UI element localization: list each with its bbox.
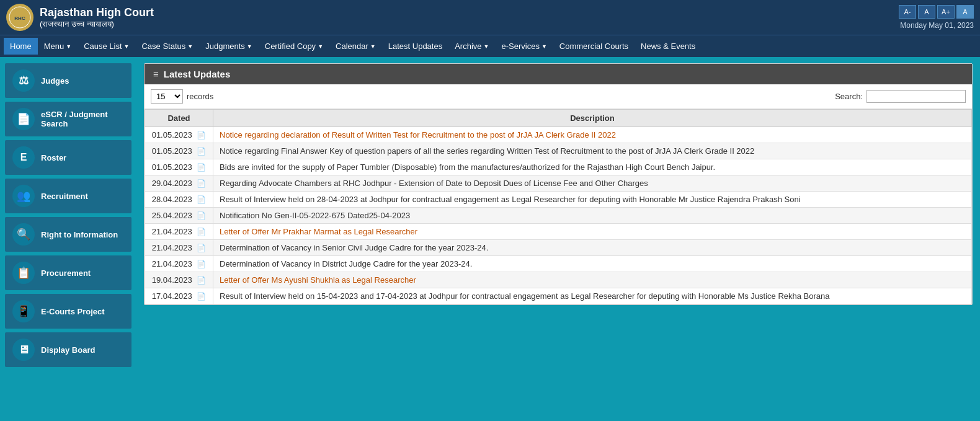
- pdf-icon: 📄: [197, 163, 206, 172]
- nav-archive[interactable]: Archive ▼: [448, 38, 495, 55]
- font-controls: A- A A+ A: [899, 5, 974, 19]
- nav-latest-updates[interactable]: Latest Updates: [382, 38, 448, 55]
- search-input[interactable]: [866, 90, 966, 103]
- nav-news-events[interactable]: News & Events: [635, 38, 702, 55]
- nav-home[interactable]: Home: [4, 38, 38, 55]
- logo-area: RHC Rajasthan High Court (राजस्थान उच्च …: [6, 4, 154, 31]
- sidebar-item-ecourts[interactable]: 📱 E-Courts Project: [5, 294, 131, 329]
- date-cell: 01.05.2023 📄: [145, 159, 213, 175]
- pdf-icon: 📄: [197, 276, 206, 285]
- sidebar-item-rti[interactable]: 🔍 Right to Information: [5, 217, 131, 252]
- table-row: 01.05.2023 📄Notice regarding Final Answe…: [145, 143, 972, 159]
- calendar-arrow: ▼: [370, 43, 376, 50]
- table-row: 21.04.2023 📄Determination of Vacancy in …: [145, 256, 972, 272]
- nav-menu[interactable]: Menu ▼: [38, 38, 78, 55]
- court-logo: RHC: [6, 4, 33, 31]
- records-label: records: [187, 92, 213, 101]
- date-cell: 29.04.2023 📄: [145, 175, 213, 192]
- sidebar-recruitment-label: Recruitment: [41, 192, 88, 201]
- cause-list-arrow: ▼: [124, 43, 130, 50]
- nav-judgments[interactable]: Judgments ▼: [199, 38, 259, 55]
- pdf-icon: 📄: [197, 244, 206, 252]
- sidebar-rti-label: Right to Information: [41, 230, 118, 239]
- sidebar: ⚖ Judges 📄 eSCR / Judgment Search E Rost…: [0, 57, 136, 421]
- description-link[interactable]: Notice regarding declaration of Result o…: [220, 130, 616, 140]
- description-link[interactable]: Letter of Offer Mr Prakhar Marmat as Leg…: [220, 227, 417, 236]
- sidebar-item-recruitment[interactable]: 👥 Recruitment: [5, 179, 131, 213]
- certified-copy-arrow: ▼: [318, 43, 323, 50]
- date-cell: 17.04.2023 📄: [145, 288, 213, 304]
- sidebar-procurement-label: Procurement: [41, 268, 91, 278]
- pdf-icon: 📄: [197, 131, 206, 140]
- menu-arrow: ▼: [66, 43, 71, 50]
- ecourts-icon: 📱: [12, 300, 35, 322]
- sidebar-display-board-label: Display Board: [41, 345, 95, 355]
- sidebar-item-escr[interactable]: 📄 eSCR / Judgment Search: [5, 102, 131, 136]
- description-cell: Notice regarding Final Answer Key of que…: [213, 143, 972, 159]
- latest-updates-box: ≡ Latest Updates 15 25 50 100 records Se…: [144, 63, 973, 305]
- eservices-arrow: ▼: [541, 43, 547, 50]
- display-board-icon: 🖥: [12, 339, 35, 361]
- description-cell: Letter of Offer Mr Prakhar Marmat as Leg…: [213, 224, 972, 240]
- date-cell: 21.04.2023 📄: [145, 256, 213, 272]
- description-link[interactable]: Letter of Offer Ms Ayushi Shukhla as Leg…: [220, 275, 416, 285]
- sidebar-roster-label: Roster: [41, 153, 66, 162]
- sidebar-escr-label: eSCR / Judgment Search: [41, 110, 124, 128]
- roster-icon: E: [12, 146, 35, 169]
- nav-commercial-courts[interactable]: Commercial Courts: [553, 38, 635, 55]
- pdf-icon: 📄: [197, 147, 206, 156]
- pdf-icon: 📄: [197, 292, 206, 301]
- recruitment-icon: 👥: [12, 185, 35, 207]
- main-area: ⚖ Judges 📄 eSCR / Judgment Search E Rost…: [0, 57, 980, 421]
- description-cell: Result of Interview held on 15-04-2023 a…: [213, 288, 972, 304]
- content-panel: ≡ Latest Updates 15 25 50 100 records Se…: [136, 57, 980, 421]
- svg-text:RHC: RHC: [14, 16, 25, 21]
- nav-cause-list[interactable]: Cause List ▼: [78, 38, 135, 55]
- description-cell: Result of Interview held on 28-04-2023 a…: [213, 192, 972, 208]
- date-cell: 21.04.2023 📄: [145, 224, 213, 240]
- latest-updates-header: ≡ Latest Updates: [145, 64, 972, 84]
- sidebar-item-judges[interactable]: ⚖ Judges: [5, 63, 131, 98]
- nav-calendar[interactable]: Calendar ▼: [329, 38, 382, 55]
- nav-eservices[interactable]: e-Services ▼: [495, 38, 553, 55]
- table-row: 01.05.2023 📄Notice regarding declaration…: [145, 127, 972, 143]
- description-cell: Notice regarding declaration of Result o…: [213, 127, 972, 143]
- lu-toolbar-left: 15 25 50 100 records: [151, 89, 213, 104]
- date-cell: 01.05.2023 📄: [145, 127, 213, 143]
- updates-table: Dated Description 01.05.2023 📄Notice reg…: [145, 109, 972, 304]
- pdf-icon: 📄: [197, 179, 206, 188]
- table-row: 19.04.2023 📄Letter of Offer Ms Ayushi Sh…: [145, 272, 972, 288]
- sidebar-item-procurement[interactable]: 📋 Procurement: [5, 255, 131, 290]
- lu-toolbar-right: Search:: [835, 90, 966, 103]
- col-dated: Dated: [145, 110, 213, 127]
- font-increase-button[interactable]: A+: [937, 5, 955, 19]
- sidebar-judges-label: Judges: [41, 76, 69, 86]
- font-normal-button[interactable]: A: [918, 5, 935, 19]
- table-row: 29.04.2023 📄Regarding Advocate Chambers …: [145, 175, 972, 192]
- archive-arrow: ▼: [484, 43, 489, 50]
- nav-certified-copy[interactable]: Certified Copy ▼: [259, 38, 329, 55]
- current-date: Monday May 01, 2023: [900, 21, 974, 30]
- navbar: Home Menu ▼ Cause List ▼ Case Status ▼ J…: [0, 35, 980, 57]
- description-cell: Bids are invited for the supply of Paper…: [213, 159, 972, 175]
- sidebar-item-display-board[interactable]: 🖥 Display Board: [5, 332, 131, 367]
- sidebar-item-roster[interactable]: E Roster: [5, 140, 131, 175]
- escr-icon: 📄: [12, 108, 35, 130]
- rti-icon: 🔍: [12, 223, 35, 246]
- nav-case-status[interactable]: Case Status ▼: [135, 38, 199, 55]
- font-large-button[interactable]: A: [956, 5, 974, 19]
- pdf-icon: 📄: [197, 195, 206, 204]
- lu-toolbar: 15 25 50 100 records Search:: [145, 84, 972, 109]
- procurement-icon: 📋: [12, 262, 35, 284]
- table-row: 21.04.2023 📄Determination of Vacancy in …: [145, 240, 972, 256]
- table-row: 17.04.2023 📄Result of Interview held on …: [145, 288, 972, 304]
- case-status-arrow: ▼: [187, 43, 193, 50]
- sidebar-ecourts-label: E-Courts Project: [41, 307, 105, 316]
- list-icon: ≡: [153, 69, 159, 79]
- records-select[interactable]: 15 25 50 100: [151, 89, 183, 104]
- font-decrease-button[interactable]: A-: [899, 5, 916, 19]
- description-cell: Determination of Vacancy in Senior Civil…: [213, 240, 972, 256]
- col-description: Description: [213, 110, 972, 127]
- pdf-icon: 📄: [197, 260, 206, 268]
- court-name: Rajasthan High Court: [40, 6, 154, 19]
